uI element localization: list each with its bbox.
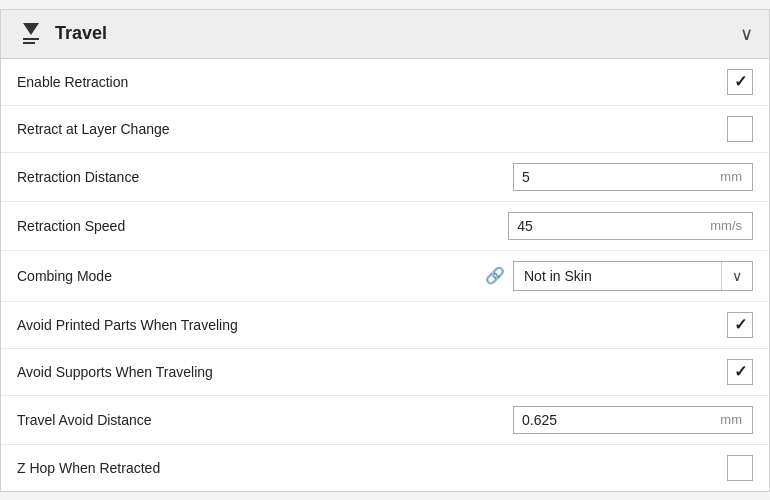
label-retract-layer-change: Retract at Layer Change [17, 121, 727, 137]
setting-row-avoid-printed-parts: Avoid Printed Parts When Traveling [1, 302, 769, 349]
setting-row-retraction-distance: Retraction Distancemm [1, 153, 769, 202]
setting-row-enable-retraction: Enable Retraction [1, 59, 769, 106]
panel-header: Travel ∨ [1, 10, 769, 59]
label-avoid-supports: Avoid Supports When Traveling [17, 364, 727, 380]
setting-row-retraction-speed: Retraction Speedmm/s [1, 202, 769, 251]
icon-line-1 [23, 38, 39, 40]
collapse-button[interactable]: ∨ [740, 23, 753, 45]
combing-left: Combing Mode [17, 268, 112, 284]
checkbox-avoid-supports[interactable] [727, 359, 753, 385]
input-retraction-distance[interactable] [514, 164, 710, 190]
icon-line-2 [23, 42, 35, 44]
input-box-travel-avoid-distance: mm [513, 406, 753, 434]
control-travel-avoid-distance: mm [513, 406, 753, 434]
unit-retraction-distance: mm [710, 164, 752, 189]
checkbox-enable-retraction[interactable] [727, 69, 753, 95]
label-avoid-printed-parts: Avoid Printed Parts When Traveling [17, 317, 727, 333]
checkbox-avoid-printed-parts[interactable] [727, 312, 753, 338]
control-avoid-supports [727, 359, 753, 385]
select-combing-mode[interactable]: Not in Skin∨ [513, 261, 753, 291]
setting-row-travel-avoid-distance: Travel Avoid Distancemm [1, 396, 769, 445]
control-retraction-speed: mm/s [508, 212, 753, 240]
control-retract-layer-change [727, 116, 753, 142]
label-z-hop-retracted: Z Hop When Retracted [17, 460, 727, 476]
label-travel-avoid-distance: Travel Avoid Distance [17, 412, 513, 428]
label-enable-retraction: Enable Retraction [17, 74, 727, 90]
select-chevron-icon: ∨ [721, 262, 752, 290]
control-avoid-printed-parts [727, 312, 753, 338]
input-retraction-speed[interactable] [509, 213, 700, 239]
label-retraction-distance: Retraction Distance [17, 169, 513, 185]
setting-row-z-hop-retracted: Z Hop When Retracted [1, 445, 769, 491]
input-travel-avoid-distance[interactable] [514, 407, 710, 433]
panel-title: Travel [55, 23, 107, 44]
settings-list: Enable RetractionRetract at Layer Change… [1, 59, 769, 491]
travel-icon [17, 20, 45, 48]
checkbox-retract-layer-change[interactable] [727, 116, 753, 142]
control-enable-retraction [727, 69, 753, 95]
unit-retraction-speed: mm/s [700, 213, 752, 238]
setting-row-combing-mode: Combing Mode🔗Not in Skin∨ [1, 251, 769, 302]
label-combing-mode: Combing Mode [17, 268, 112, 284]
icon-lines [23, 38, 39, 44]
travel-panel: Travel ∨ Enable RetractionRetract at Lay… [0, 9, 770, 492]
control-z-hop-retracted [727, 455, 753, 481]
icon-triangle [23, 23, 39, 35]
unit-travel-avoid-distance: mm [710, 407, 752, 432]
label-retraction-speed: Retraction Speed [17, 218, 508, 234]
select-value-combing-mode: Not in Skin [514, 262, 721, 290]
setting-row-retract-layer-change: Retract at Layer Change [1, 106, 769, 153]
control-retraction-distance: mm [513, 163, 753, 191]
header-left: Travel [17, 20, 107, 48]
setting-row-avoid-supports: Avoid Supports When Traveling [1, 349, 769, 396]
input-box-retraction-speed: mm/s [508, 212, 753, 240]
control-combing-mode: 🔗Not in Skin∨ [485, 261, 753, 291]
chain-icon[interactable]: 🔗 [485, 266, 505, 285]
input-box-retraction-distance: mm [513, 163, 753, 191]
checkbox-z-hop-retracted[interactable] [727, 455, 753, 481]
